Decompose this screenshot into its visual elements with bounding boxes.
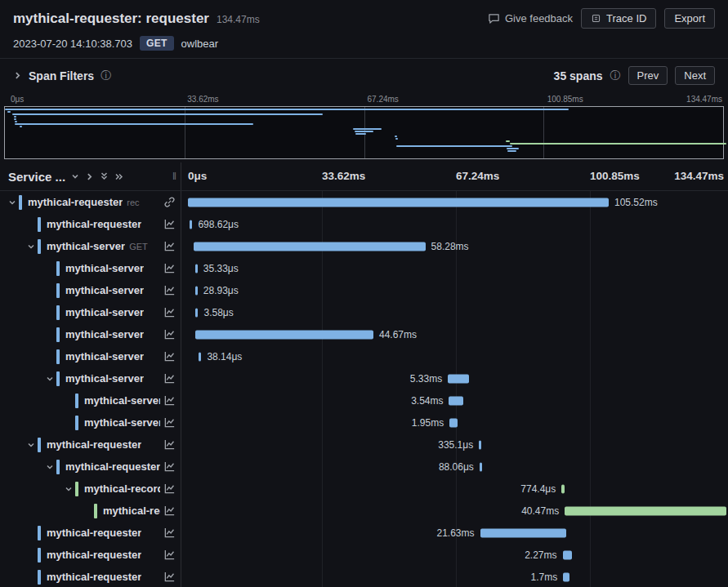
service-color-bar (56, 371, 60, 386)
service-name: mythical-server (84, 416, 160, 429)
span-bar[interactable] (199, 352, 201, 361)
span-row[interactable]: mythical-server38.14μs (0, 345, 728, 367)
chart-icon[interactable] (160, 328, 181, 340)
span-name-cell[interactable]: mythical-requester (0, 456, 181, 478)
span-bar[interactable] (195, 286, 198, 295)
span-row[interactable]: mythical-requester335.1μs (0, 434, 728, 456)
span-bar[interactable] (195, 330, 373, 339)
chart-icon[interactable] (160, 571, 181, 583)
span-row[interactable]: mythical-requester2.27ms (0, 544, 728, 566)
chart-icon[interactable] (160, 416, 181, 429)
span-bar[interactable] (561, 484, 565, 493)
span-row[interactable]: mythical-server3.54ms (0, 389, 728, 411)
span-bar[interactable] (195, 308, 198, 317)
indent-spacer (0, 532, 25, 533)
row-collapse-chevron-icon[interactable] (43, 375, 56, 383)
span-row[interactable]: mythical-recorder40.47ms (0, 500, 728, 522)
chart-icon[interactable] (160, 482, 181, 495)
row-collapse-chevron-icon[interactable] (25, 242, 38, 251)
next-span-button[interactable]: Next (675, 66, 715, 85)
span-bar[interactable] (480, 528, 567, 537)
span-bar[interactable] (194, 242, 426, 251)
expand-all-double-chevron-down-icon[interactable] (100, 171, 109, 181)
span-name-cell[interactable]: mythical-requester (0, 434, 181, 456)
span-bar[interactable] (479, 440, 481, 449)
service-sort-chevron-down-icon[interactable] (71, 172, 79, 180)
span-bar[interactable] (563, 550, 572, 559)
span-count-info-icon[interactable]: ⓘ (610, 69, 621, 83)
column-resize-handle[interactable]: ‖ (172, 171, 177, 182)
export-button[interactable]: Export (664, 8, 715, 29)
span-bar[interactable] (188, 198, 609, 207)
span-bar[interactable] (195, 264, 198, 273)
span-name-cell[interactable]: mythical-requester (0, 522, 181, 544)
span-row[interactable]: mythical-server44.67ms (0, 323, 728, 345)
chart-icon[interactable] (160, 372, 181, 385)
span-name-cell[interactable]: mythical-serverGET (0, 235, 181, 257)
span-row[interactable]: mythical-requester21.63ms (0, 522, 728, 544)
span-filters-info-icon[interactable]: ⓘ (100, 69, 111, 83)
span-row[interactable]: mythical-requester698.62μs (0, 213, 728, 235)
collapse-all-double-chevron-right-icon[interactable] (114, 172, 124, 181)
prev-span-button[interactable]: Prev (628, 66, 668, 85)
minimap-span-bar (15, 121, 17, 122)
span-name-cell[interactable]: mythical-requester (0, 566, 181, 587)
span-bar[interactable] (449, 396, 462, 405)
row-collapse-chevron-icon[interactable] (6, 198, 19, 207)
span-name-cell[interactable]: mythical-server (0, 301, 181, 323)
span-bar[interactable] (565, 506, 726, 515)
span-bar[interactable] (563, 572, 569, 581)
minimap-viewport[interactable] (4, 106, 724, 159)
chart-icon[interactable] (160, 460, 181, 473)
span-row[interactable]: mythical-server3.58μs (0, 301, 728, 323)
row-collapse-chevron-icon[interactable] (25, 441, 38, 449)
span-name-cell[interactable]: mythical-server (0, 257, 181, 279)
chart-icon[interactable] (160, 284, 181, 296)
span-name-cell[interactable]: mythical-server (0, 323, 181, 345)
timeline-header-tick: 67.24ms (456, 170, 499, 182)
span-row[interactable]: mythical-serverGET58.28ms (0, 235, 728, 257)
span-row[interactable]: mythical-requesterrec105.52ms (0, 191, 728, 213)
span-bar[interactable] (449, 418, 458, 427)
chart-icon[interactable] (160, 394, 181, 407)
collapse-one-chevron-right-icon[interactable] (85, 172, 94, 181)
span-row[interactable]: mythical-server35.33μs (0, 257, 728, 279)
row-collapse-chevron-icon[interactable] (62, 485, 75, 493)
give-feedback-link[interactable]: Give feedback (488, 12, 573, 24)
span-name-cell[interactable]: mythical-server (0, 389, 181, 411)
span-name-cell[interactable]: mythical-recorder (0, 500, 181, 522)
span-row[interactable]: mythical-recorder774.4μs (0, 478, 728, 500)
chart-icon[interactable] (160, 505, 181, 517)
chart-icon[interactable] (160, 306, 181, 318)
chart-icon[interactable] (160, 350, 181, 362)
span-row[interactable]: mythical-requester88.06μs (0, 456, 728, 478)
chart-icon[interactable] (160, 438, 181, 451)
span-name-cell[interactable]: mythical-requester (0, 544, 181, 566)
span-row[interactable]: mythical-server28.93μs (0, 279, 728, 301)
chart-icon[interactable] (160, 527, 181, 539)
span-name-cell[interactable]: mythical-server (0, 279, 181, 301)
span-duration-label: 44.67ms (379, 329, 417, 340)
span-bar[interactable] (190, 220, 192, 229)
span-row[interactable]: mythical-server5.33ms (0, 367, 728, 389)
row-collapse-chevron-icon[interactable] (43, 463, 56, 471)
span-row[interactable]: mythical-server1.95ms (0, 411, 728, 434)
service-color-bar (38, 438, 41, 452)
chart-icon[interactable] (160, 549, 181, 561)
chart-icon[interactable] (160, 240, 181, 252)
trace-id-button[interactable]: Trace ID (581, 8, 656, 29)
span-name-cell[interactable]: mythical-requesterrec (0, 191, 181, 213)
span-bar[interactable] (448, 374, 469, 383)
span-name-cell[interactable]: mythical-server (0, 345, 181, 367)
span-name-cell[interactable]: mythical-server (0, 411, 181, 434)
span-filters-expand-chevron-icon[interactable] (13, 71, 22, 80)
span-duration-label: 335.1μs (438, 439, 473, 451)
span-row[interactable]: mythical-requester1.7ms (0, 566, 728, 587)
span-name-cell[interactable]: mythical-server (0, 367, 181, 389)
span-bar[interactable] (480, 462, 482, 471)
chart-icon[interactable] (160, 262, 181, 274)
chart-icon[interactable] (160, 218, 181, 230)
span-name-cell[interactable]: mythical-requester (0, 213, 181, 235)
span-name-cell[interactable]: mythical-recorder (0, 478, 181, 500)
link-icon[interactable] (160, 196, 181, 208)
